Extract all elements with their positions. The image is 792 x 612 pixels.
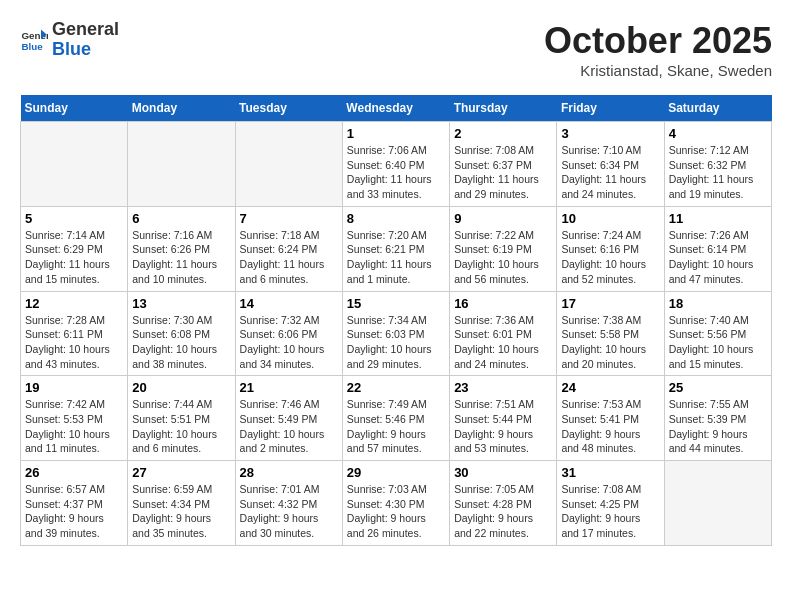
month-title: October 2025 (544, 20, 772, 62)
day-info: Sunrise: 7:53 AMSunset: 5:41 PMDaylight:… (561, 397, 659, 456)
day-info: Sunrise: 7:18 AMSunset: 6:24 PMDaylight:… (240, 228, 338, 287)
column-header-friday: Friday (557, 95, 664, 122)
day-number: 2 (454, 126, 552, 141)
day-number: 9 (454, 211, 552, 226)
day-info: Sunrise: 7:55 AMSunset: 5:39 PMDaylight:… (669, 397, 767, 456)
calendar-cell (235, 122, 342, 207)
calendar-cell: 4Sunrise: 7:12 AMSunset: 6:32 PMDaylight… (664, 122, 771, 207)
calendar-header-row: SundayMondayTuesdayWednesdayThursdayFrid… (21, 95, 772, 122)
logo-blue-text: Blue (52, 40, 119, 60)
day-number: 10 (561, 211, 659, 226)
calendar-cell: 26Sunrise: 6:57 AMSunset: 4:37 PMDayligh… (21, 461, 128, 546)
day-info: Sunrise: 7:28 AMSunset: 6:11 PMDaylight:… (25, 313, 123, 372)
calendar-week-1: 1Sunrise: 7:06 AMSunset: 6:40 PMDaylight… (21, 122, 772, 207)
day-number: 6 (132, 211, 230, 226)
day-number: 5 (25, 211, 123, 226)
calendar-week-4: 19Sunrise: 7:42 AMSunset: 5:53 PMDayligh… (21, 376, 772, 461)
calendar-cell: 23Sunrise: 7:51 AMSunset: 5:44 PMDayligh… (450, 376, 557, 461)
calendar-cell: 2Sunrise: 7:08 AMSunset: 6:37 PMDaylight… (450, 122, 557, 207)
calendar-cell: 17Sunrise: 7:38 AMSunset: 5:58 PMDayligh… (557, 291, 664, 376)
calendar-cell: 9Sunrise: 7:22 AMSunset: 6:19 PMDaylight… (450, 206, 557, 291)
day-number: 18 (669, 296, 767, 311)
day-info: Sunrise: 7:46 AMSunset: 5:49 PMDaylight:… (240, 397, 338, 456)
calendar-cell: 20Sunrise: 7:44 AMSunset: 5:51 PMDayligh… (128, 376, 235, 461)
day-info: Sunrise: 7:12 AMSunset: 6:32 PMDaylight:… (669, 143, 767, 202)
day-info: Sunrise: 7:14 AMSunset: 6:29 PMDaylight:… (25, 228, 123, 287)
day-number: 20 (132, 380, 230, 395)
day-info: Sunrise: 7:01 AMSunset: 4:32 PMDaylight:… (240, 482, 338, 541)
day-info: Sunrise: 7:51 AMSunset: 5:44 PMDaylight:… (454, 397, 552, 456)
calendar-cell: 25Sunrise: 7:55 AMSunset: 5:39 PMDayligh… (664, 376, 771, 461)
calendar-cell: 19Sunrise: 7:42 AMSunset: 5:53 PMDayligh… (21, 376, 128, 461)
day-info: Sunrise: 7:08 AMSunset: 4:25 PMDaylight:… (561, 482, 659, 541)
day-info: Sunrise: 7:38 AMSunset: 5:58 PMDaylight:… (561, 313, 659, 372)
day-info: Sunrise: 7:32 AMSunset: 6:06 PMDaylight:… (240, 313, 338, 372)
day-number: 8 (347, 211, 445, 226)
day-number: 16 (454, 296, 552, 311)
logo-text: General Blue (52, 20, 119, 60)
day-info: Sunrise: 7:44 AMSunset: 5:51 PMDaylight:… (132, 397, 230, 456)
day-number: 23 (454, 380, 552, 395)
calendar-cell (21, 122, 128, 207)
day-number: 22 (347, 380, 445, 395)
day-info: Sunrise: 7:16 AMSunset: 6:26 PMDaylight:… (132, 228, 230, 287)
calendar-table: SundayMondayTuesdayWednesdayThursdayFrid… (20, 95, 772, 546)
svg-text:Blue: Blue (21, 41, 43, 52)
day-number: 14 (240, 296, 338, 311)
calendar-week-3: 12Sunrise: 7:28 AMSunset: 6:11 PMDayligh… (21, 291, 772, 376)
day-number: 26 (25, 465, 123, 480)
column-header-sunday: Sunday (21, 95, 128, 122)
day-info: Sunrise: 7:49 AMSunset: 5:46 PMDaylight:… (347, 397, 445, 456)
day-number: 19 (25, 380, 123, 395)
column-header-wednesday: Wednesday (342, 95, 449, 122)
calendar-cell: 24Sunrise: 7:53 AMSunset: 5:41 PMDayligh… (557, 376, 664, 461)
calendar-cell: 30Sunrise: 7:05 AMSunset: 4:28 PMDayligh… (450, 461, 557, 546)
calendar-cell: 7Sunrise: 7:18 AMSunset: 6:24 PMDaylight… (235, 206, 342, 291)
day-info: Sunrise: 7:06 AMSunset: 6:40 PMDaylight:… (347, 143, 445, 202)
page-header: General Blue General Blue October 2025 K… (20, 20, 772, 79)
day-number: 13 (132, 296, 230, 311)
column-header-monday: Monday (128, 95, 235, 122)
day-info: Sunrise: 7:34 AMSunset: 6:03 PMDaylight:… (347, 313, 445, 372)
day-info: Sunrise: 7:40 AMSunset: 5:56 PMDaylight:… (669, 313, 767, 372)
calendar-cell: 5Sunrise: 7:14 AMSunset: 6:29 PMDaylight… (21, 206, 128, 291)
day-number: 30 (454, 465, 552, 480)
column-header-saturday: Saturday (664, 95, 771, 122)
logo: General Blue General Blue (20, 20, 119, 60)
calendar-cell: 27Sunrise: 6:59 AMSunset: 4:34 PMDayligh… (128, 461, 235, 546)
day-info: Sunrise: 7:42 AMSunset: 5:53 PMDaylight:… (25, 397, 123, 456)
day-info: Sunrise: 6:57 AMSunset: 4:37 PMDaylight:… (25, 482, 123, 541)
calendar-cell: 10Sunrise: 7:24 AMSunset: 6:16 PMDayligh… (557, 206, 664, 291)
day-number: 27 (132, 465, 230, 480)
day-info: Sunrise: 7:03 AMSunset: 4:30 PMDaylight:… (347, 482, 445, 541)
day-info: Sunrise: 6:59 AMSunset: 4:34 PMDaylight:… (132, 482, 230, 541)
day-number: 17 (561, 296, 659, 311)
column-header-thursday: Thursday (450, 95, 557, 122)
day-number: 7 (240, 211, 338, 226)
calendar-cell: 21Sunrise: 7:46 AMSunset: 5:49 PMDayligh… (235, 376, 342, 461)
calendar-cell: 3Sunrise: 7:10 AMSunset: 6:34 PMDaylight… (557, 122, 664, 207)
day-number: 12 (25, 296, 123, 311)
location: Kristianstad, Skane, Sweden (544, 62, 772, 79)
calendar-cell: 29Sunrise: 7:03 AMSunset: 4:30 PMDayligh… (342, 461, 449, 546)
calendar-week-5: 26Sunrise: 6:57 AMSunset: 4:37 PMDayligh… (21, 461, 772, 546)
day-number: 4 (669, 126, 767, 141)
calendar-cell: 15Sunrise: 7:34 AMSunset: 6:03 PMDayligh… (342, 291, 449, 376)
day-info: Sunrise: 7:24 AMSunset: 6:16 PMDaylight:… (561, 228, 659, 287)
title-block: October 2025 Kristianstad, Skane, Sweden (544, 20, 772, 79)
calendar-cell: 16Sunrise: 7:36 AMSunset: 6:01 PMDayligh… (450, 291, 557, 376)
day-info: Sunrise: 7:05 AMSunset: 4:28 PMDaylight:… (454, 482, 552, 541)
day-number: 24 (561, 380, 659, 395)
day-info: Sunrise: 7:20 AMSunset: 6:21 PMDaylight:… (347, 228, 445, 287)
day-info: Sunrise: 7:36 AMSunset: 6:01 PMDaylight:… (454, 313, 552, 372)
calendar-cell: 12Sunrise: 7:28 AMSunset: 6:11 PMDayligh… (21, 291, 128, 376)
calendar-cell: 1Sunrise: 7:06 AMSunset: 6:40 PMDaylight… (342, 122, 449, 207)
calendar-cell: 31Sunrise: 7:08 AMSunset: 4:25 PMDayligh… (557, 461, 664, 546)
day-number: 21 (240, 380, 338, 395)
day-info: Sunrise: 7:30 AMSunset: 6:08 PMDaylight:… (132, 313, 230, 372)
logo-icon: General Blue (20, 26, 48, 54)
calendar-cell: 8Sunrise: 7:20 AMSunset: 6:21 PMDaylight… (342, 206, 449, 291)
day-info: Sunrise: 7:08 AMSunset: 6:37 PMDaylight:… (454, 143, 552, 202)
column-header-tuesday: Tuesday (235, 95, 342, 122)
day-info: Sunrise: 7:26 AMSunset: 6:14 PMDaylight:… (669, 228, 767, 287)
